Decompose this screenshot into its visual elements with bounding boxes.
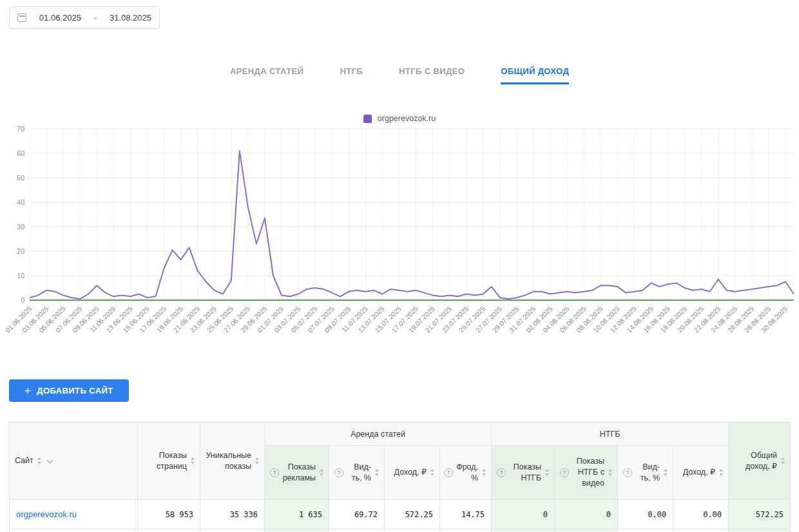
date-range-picker[interactable]: 01.06.2025 - 31.08.2025: [9, 6, 160, 29]
calendar-icon: [17, 14, 26, 22]
column-label-visibility-ntgb: Вид-ть, %: [635, 462, 660, 484]
group-header-ntgb: НТГБ: [492, 423, 729, 446]
help-icon[interactable]: ?: [334, 468, 343, 477]
report-tabs: АРЕНДА СТАТЕЙ НТГБ НТГБ С ВИДЕО ОБЩИЙ ДО…: [0, 66, 799, 84]
column-header-visibility-ntgb[interactable]: ? Вид-ть, %: [618, 446, 673, 500]
tab-total-income[interactable]: ОБЩИЙ ДОХОД: [501, 66, 569, 84]
svg-text:70: 70: [17, 125, 24, 133]
date-separator: -: [94, 13, 97, 23]
svg-text:60: 60: [17, 149, 24, 157]
column-header-ntgb-shows[interactable]: ? Показы НТГБ: [492, 446, 555, 500]
sort-icon[interactable]: [255, 457, 259, 464]
column-header-ntgb-video-shows[interactable]: ? Показы НТГБ с видео: [555, 446, 618, 500]
column-label-visibility-arenda: Вид-ть, %: [347, 462, 371, 484]
column-label-ad-shows: Показы рекламы: [282, 462, 316, 484]
income-arenda-cell: 572.25: [385, 500, 440, 529]
add-site-button[interactable]: + ДОБАВИТЬ САЙТ: [9, 379, 129, 402]
sites-table: Сайт Показы страниц Уникальные показы Ар…: [9, 422, 791, 532]
column-label-fraud: Фрод, %: [456, 462, 478, 484]
add-site-button-label: ДОБАВИТЬ САЙТ: [37, 386, 113, 395]
legend-label: orgperevozok.ru: [378, 114, 436, 123]
column-label-page-views: Показы страниц: [143, 450, 187, 472]
sort-icon[interactable]: [608, 469, 612, 476]
column-label-total-income: Общий доход, ₽: [734, 450, 777, 472]
date-end[interactable]: 31.08.2025: [110, 13, 151, 23]
svg-text:40: 40: [17, 198, 24, 206]
column-header-visibility-arenda[interactable]: ? Вид-ть, %: [329, 446, 385, 500]
help-icon[interactable]: ?: [497, 468, 506, 477]
sort-icon[interactable]: [664, 469, 668, 476]
date-start[interactable]: 01.06.2025: [39, 13, 81, 23]
revenue-chart: 01.06.202503.06.202505.06.202507.06.2025…: [0, 125, 799, 358]
column-header-income-ntgb[interactable]: Доход, ₽: [673, 446, 729, 500]
total-income-cell: 572.25: [729, 500, 791, 529]
plus-icon: +: [24, 385, 31, 396]
revenue-chart-svg: 01.06.202503.06.202505.06.202507.06.2025…: [0, 125, 799, 358]
svg-text:30: 30: [17, 223, 24, 231]
column-header-page-views[interactable]: Показы страниц: [138, 423, 200, 500]
sort-icon[interactable]: [37, 457, 41, 464]
column-header-fraud[interactable]: ? Фрод, %: [440, 446, 492, 500]
ad-shows-cell: 1 635: [265, 500, 329, 529]
ntgb-shows-cell: 0: [492, 500, 555, 529]
column-label-ntgb-video-shows: Показы НТГБ с видео: [572, 456, 604, 489]
sort-icon[interactable]: [375, 469, 379, 476]
svg-text:10: 10: [17, 272, 24, 280]
legend-swatch-icon: [363, 115, 372, 123]
column-header-income-arenda[interactable]: Доход, ₽: [385, 446, 440, 500]
sort-icon[interactable]: [430, 469, 434, 476]
column-header-unique-views[interactable]: Уникальные показы: [200, 423, 265, 500]
table-row-partial: [10, 529, 791, 532]
help-icon[interactable]: ?: [560, 468, 569, 477]
page-views-cell: 58 953: [138, 500, 200, 529]
svg-text:50: 50: [17, 174, 24, 182]
svg-text:20: 20: [17, 247, 24, 255]
column-label-site: Сайт: [15, 455, 34, 466]
chevron-down-icon[interactable]: [46, 457, 53, 463]
fraud-cell: 14.75: [440, 500, 492, 529]
sites-table-wrap: Сайт Показы страниц Уникальные показы Ар…: [9, 422, 790, 532]
column-label-unique-views: Уникальные показы: [206, 450, 251, 472]
help-icon[interactable]: ?: [444, 468, 453, 477]
site-cell: orgperevozok.ru: [10, 500, 138, 529]
column-header-total-income[interactable]: Общий доход, ₽: [729, 423, 791, 500]
income-ntgb-cell: 0.00: [673, 500, 729, 529]
help-icon[interactable]: ?: [270, 468, 279, 477]
visibility-arenda-cell: 69.72: [329, 500, 385, 529]
sort-icon[interactable]: [320, 469, 323, 476]
sort-icon[interactable]: [191, 457, 195, 464]
sort-icon[interactable]: [781, 457, 785, 464]
visibility-ntgb-cell: 0.00: [618, 500, 673, 529]
site-link[interactable]: orgperevozok.ru: [16, 509, 77, 519]
column-label-income-arenda: Доход, ₽: [394, 467, 427, 478]
help-icon[interactable]: ?: [623, 468, 632, 477]
column-label-income-ntgb: Доход, ₽: [683, 467, 715, 478]
tab-arenda-statei[interactable]: АРЕНДА СТАТЕЙ: [230, 66, 303, 84]
column-header-site[interactable]: Сайт: [10, 423, 138, 500]
tab-ntgb[interactable]: НТГБ: [340, 66, 363, 84]
unique-views-cell: 35 336: [200, 500, 265, 529]
ntgb-video-shows-cell: 0: [555, 500, 618, 529]
sort-icon[interactable]: [719, 469, 723, 476]
svg-text:0: 0: [21, 296, 24, 304]
column-header-ad-shows[interactable]: ? Показы рекламы: [265, 446, 329, 500]
column-label-ntgb-shows: Показы НТГБ: [509, 462, 541, 484]
sort-icon[interactable]: [482, 469, 486, 476]
sort-icon[interactable]: [545, 469, 549, 476]
chart-legend[interactable]: orgperevozok.ru: [0, 114, 799, 123]
group-header-arenda: Аренда статей: [265, 423, 492, 446]
tab-ntgb-video[interactable]: НТГБ С ВИДЕО: [399, 66, 465, 84]
table-row: orgperevozok.ru 58 953 35 336 1 635 69.7…: [10, 500, 791, 529]
